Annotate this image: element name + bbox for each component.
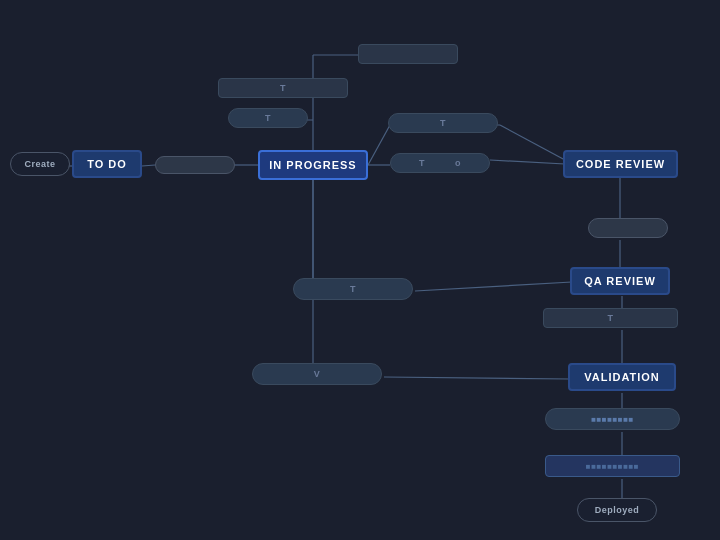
- connector-pill-cr: [588, 218, 668, 238]
- todo-label: TO DO: [87, 158, 127, 170]
- create-node[interactable]: Create: [10, 152, 70, 176]
- svg-line-9: [368, 125, 390, 165]
- task-validation[interactable]: ■■■■■■■■: [545, 408, 680, 430]
- svg-line-8: [490, 160, 565, 164]
- task-mid-1[interactable]: T: [293, 278, 413, 300]
- deployed-node[interactable]: Deployed: [577, 498, 657, 522]
- task-top-2[interactable]: T: [218, 78, 348, 98]
- inprogress-label: IN PROGRESS: [269, 159, 356, 171]
- qareview-node[interactable]: QA REVIEW: [570, 267, 670, 295]
- workflow-canvas: Create TO DO IN PROGRESS T T T T o CODE …: [0, 0, 720, 540]
- task-right-1-label: T: [440, 118, 446, 128]
- connector-pill-1: [155, 156, 235, 174]
- svg-line-20: [384, 377, 570, 379]
- final-node[interactable]: ■■■■■■■■■■: [545, 455, 680, 477]
- svg-line-17: [415, 282, 572, 291]
- inprogress-node[interactable]: IN PROGRESS: [258, 150, 368, 180]
- task-right-1[interactable]: T: [388, 113, 498, 133]
- task-mid-1-label: T: [350, 284, 356, 294]
- task-right-2-label: T: [419, 158, 425, 168]
- validation-label: VALIDATION: [584, 371, 660, 383]
- task-bottom[interactable]: V: [252, 363, 382, 385]
- deployed-label: Deployed: [595, 505, 640, 515]
- todo-node[interactable]: TO DO: [72, 150, 142, 178]
- codereview-label: CODE REVIEW: [576, 158, 665, 170]
- svg-line-1: [142, 165, 155, 166]
- task-qa-label: T: [608, 313, 614, 323]
- validation-node[interactable]: VALIDATION: [568, 363, 676, 391]
- create-label: Create: [24, 159, 55, 169]
- task-right-2[interactable]: T o: [390, 153, 490, 173]
- svg-line-11: [500, 125, 565, 160]
- task-top-2-label: T: [280, 83, 286, 93]
- task-top-1[interactable]: [358, 44, 458, 64]
- codereview-node[interactable]: CODE REVIEW: [563, 150, 678, 178]
- task-top-3-label: T: [265, 113, 271, 123]
- task-top-3[interactable]: T: [228, 108, 308, 128]
- task-bottom-label: V: [314, 369, 321, 379]
- task-qa[interactable]: T: [543, 308, 678, 328]
- qareview-label: QA REVIEW: [584, 275, 656, 287]
